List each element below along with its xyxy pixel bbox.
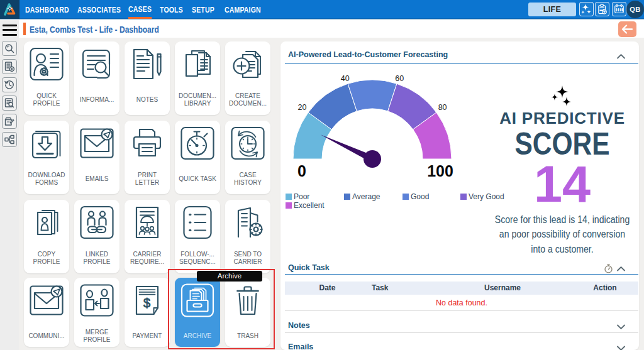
svg-text:100: 100 [427,162,453,180]
svg-text:20: 20 [297,103,306,112]
svg-text:60: 60 [395,74,404,83]
svg-text:40: 40 [341,74,350,83]
svg-text:$: $ [143,296,150,310]
svg-text:0: 0 [297,162,306,180]
svg-text:80: 80 [438,103,447,112]
